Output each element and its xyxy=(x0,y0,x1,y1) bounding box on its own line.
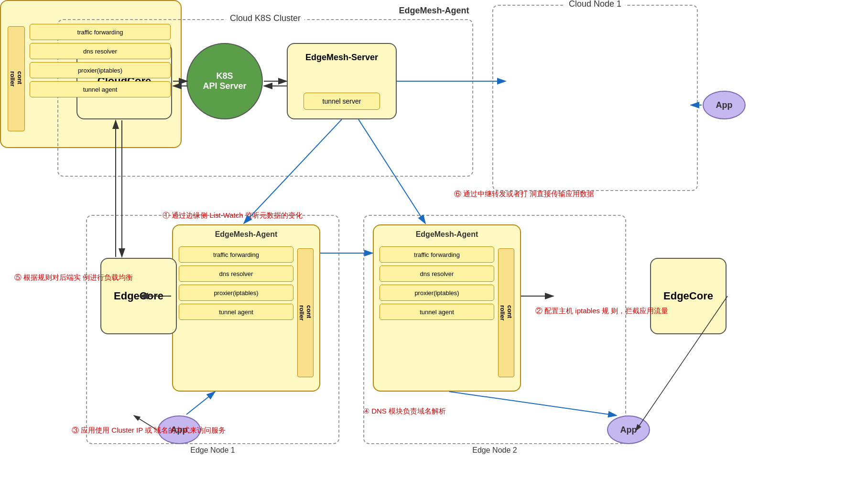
edgemesh-server-box: EdgeMesh-Server tunnel server xyxy=(287,43,397,119)
controller-edge2: controller xyxy=(498,248,514,377)
annotation-2: ② 配置主机 iptables 规 则，拦截应用流量 xyxy=(535,306,668,317)
annotation-3: ③ 应用使用 Cluster IP 或 域名的方式来访问服务 xyxy=(72,425,226,436)
edge-node2-label: Edge Node 2 xyxy=(472,446,517,455)
edgemesh-agent-edge1: EdgeMesh-Agent controller traffic forwar… xyxy=(172,224,320,392)
controller-edge1: controller xyxy=(297,248,314,377)
app-edge2: App xyxy=(607,415,650,444)
tunnel-server-label: tunnel server xyxy=(323,97,361,105)
annotation-6: ⑥ 通过中继转发或者打 洞直接传输应用数据 xyxy=(454,189,594,200)
proxier-edge2: proxier(iptables) xyxy=(380,285,494,301)
annotation-1: ① 通过边缘侧 List-Watch 监听元数据的变化 xyxy=(163,210,303,221)
dns-resolver-edge1: dns resolver xyxy=(179,266,293,282)
module-list-cloud: traffic forwarding dns resolver proxier(… xyxy=(30,24,171,97)
annotation-4: ④ DNS 模块负责域名解析 xyxy=(363,406,446,417)
proxier-edge1: proxier(iptables) xyxy=(179,285,293,301)
cloud-node1-outer: Cloud Node 1 xyxy=(492,5,698,191)
module-list-edge1: traffic forwarding dns resolver proxier(… xyxy=(179,246,293,320)
edgecore-right-label: EdgeCore xyxy=(663,290,713,302)
edge-node1-label: Edge Node 1 xyxy=(190,446,235,455)
edgecore-left-label: EdgeCore xyxy=(114,290,163,302)
controller-cloud: controller xyxy=(8,26,25,131)
dns-resolver-cloud: dns resolver xyxy=(30,43,171,59)
traffic-forwarding-edge2: traffic forwarding xyxy=(380,246,494,263)
k8s-api-label: K8SAPI Server xyxy=(203,71,246,91)
edgecore-left-box: EdgeCore xyxy=(100,258,177,334)
tunnel-agent-edge1: tunnel agent xyxy=(179,304,293,320)
proxier-cloud: proxier(iptables) xyxy=(30,62,171,78)
agent-edge2-title: EdgeMesh-Agent xyxy=(374,230,520,239)
app-cloud-label: App xyxy=(716,100,733,110)
tunnel-agent-cloud: tunnel agent xyxy=(30,81,171,97)
k8s-api-box: K8SAPI Server xyxy=(186,43,263,119)
traffic-forwarding-edge1: traffic forwarding xyxy=(179,246,293,263)
traffic-forwarding-cloud: traffic forwarding xyxy=(30,24,171,40)
app-edge2-label: App xyxy=(620,425,637,435)
agent-edge1-title: EdgeMesh-Agent xyxy=(173,230,319,239)
app-cloud: App xyxy=(703,91,746,119)
edgemesh-server-label: EdgeMesh-Server xyxy=(288,53,396,63)
edgecore-right-box: EdgeCore xyxy=(650,258,727,334)
diagram-container: Cloud K8S Cluster Cloud Node 1 Edge Node… xyxy=(0,0,868,489)
dns-resolver-edge2: dns resolver xyxy=(380,266,494,282)
edgemesh-agent-edge2: EdgeMesh-Agent controller traffic forwar… xyxy=(373,224,521,392)
module-list-edge2: traffic forwarding dns resolver proxier(… xyxy=(380,246,494,320)
tunnel-server-box: tunnel server xyxy=(304,93,380,110)
agent-cloud-title: EdgeMesh-Agent xyxy=(0,6,868,16)
annotation-5: ⑤ 根据规则对后端实 例进行负载均衡 xyxy=(14,272,133,283)
tunnel-agent-edge2: tunnel agent xyxy=(380,304,494,320)
